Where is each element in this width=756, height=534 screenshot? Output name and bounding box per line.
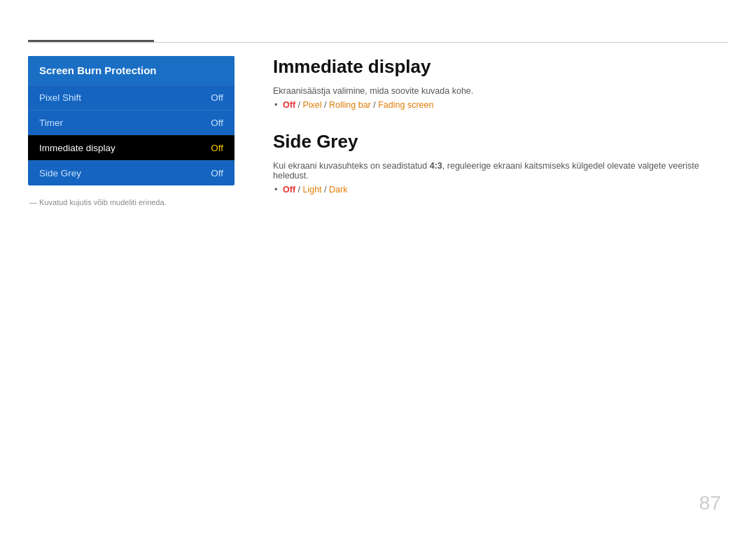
menu-item-timer[interactable]: Timer Off (28, 110, 234, 135)
opt-dark: Dark (329, 185, 347, 195)
section2-title: Side Grey (273, 131, 728, 153)
opt-sep-2b: / (322, 185, 329, 195)
section1-options-item: Off / Pixel / Rolling bar / Fading scree… (283, 100, 728, 110)
section1-options-list: Off / Pixel / Rolling bar / Fading scree… (273, 100, 728, 110)
section1-description: Ekraanisäästja valimine, mida soovite ku… (273, 86, 728, 96)
menu-value-immediate-display: Off (211, 143, 223, 153)
opt-light: Light (302, 185, 321, 195)
menu-label-pixel-shift: Pixel Shift (39, 92, 81, 103)
menu-value-pixel-shift: Off (211, 92, 223, 103)
menu-label-immediate-display: Immediate display (39, 143, 115, 153)
menu-item-immediate-display[interactable]: Immediate display Off (28, 135, 234, 160)
menu-item-side-grey[interactable]: Side Grey Off (28, 160, 234, 185)
opt-sep-2a: / (295, 185, 302, 195)
menu-value-side-grey: Off (211, 168, 223, 178)
menu-item-pixel-shift[interactable]: Pixel Shift Off (28, 85, 234, 110)
right-panel: Immediate display Ekraanisäästja valimin… (273, 56, 728, 216)
opt-sep-1b: / (322, 100, 329, 110)
opt-fading-screen: Fading screen (378, 100, 433, 110)
menu-header: Screen Burn Protection (28, 56, 234, 85)
section2-options-list: Off / Light / Dark (273, 185, 728, 195)
opt-off-2: Off (283, 185, 295, 195)
menu-box: Screen Burn Protection Pixel Shift Off T… (28, 56, 234, 185)
page-number: 87 (699, 492, 721, 514)
section1-title: Immediate display (273, 56, 728, 78)
section2-options-item: Off / Light / Dark (283, 185, 728, 195)
opt-sep-1c: / (371, 100, 378, 110)
opt-off-1: Off (283, 100, 295, 110)
menu-label-side-grey: Side Grey (39, 168, 81, 178)
top-divider-line (28, 42, 728, 43)
opt-rolling-bar: Rolling bar (329, 100, 371, 110)
section2-bold-part: 4:3 (430, 161, 442, 171)
section2-description: Kui ekraani kuvasuhteks on seadistatud 4… (273, 161, 728, 181)
left-panel: Screen Burn Protection Pixel Shift Off T… (28, 56, 234, 206)
menu-label-timer: Timer (39, 118, 63, 128)
menu-value-timer: Off (211, 118, 223, 128)
opt-pixel: Pixel (302, 100, 321, 110)
footnote: Kuvatud kujutis võib mudeliti erineda. (28, 198, 234, 206)
opt-sep-1a: / (295, 100, 302, 110)
